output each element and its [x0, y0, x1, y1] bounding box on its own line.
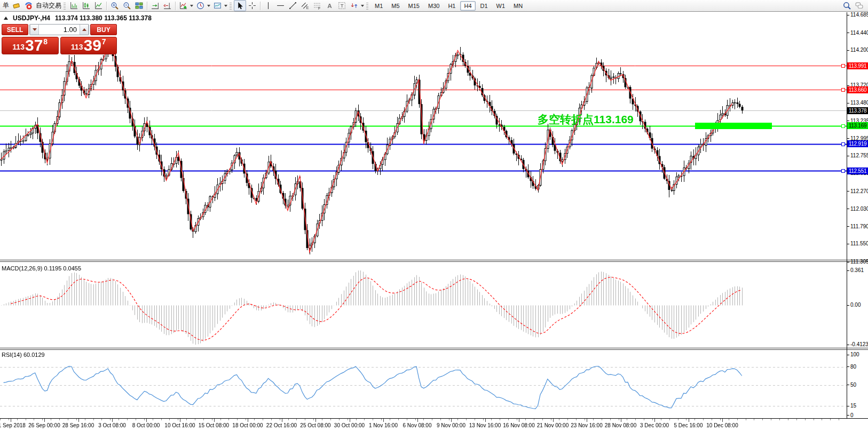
date-label: 3 Dec 00:00 — [640, 422, 669, 428]
macd-label: MACD(12,26,9) 0.1195 0.0455 — [2, 265, 81, 272]
vertical-line-button[interactable] — [262, 0, 274, 11]
volume-input[interactable] — [39, 25, 80, 35]
templates-dropdown-arrow[interactable] — [224, 5, 227, 7]
chart-title: USDJPY-,H4 113.374 113.380 113.365 113.3… — [4, 14, 152, 22]
sell-button[interactable]: SELL — [2, 24, 28, 35]
search-icon[interactable] — [843, 2, 851, 10]
cursor-icon — [236, 2, 244, 10]
main-chart-canvas[interactable] — [0, 12, 847, 260]
timeframe-button-w1[interactable]: W1 — [493, 1, 509, 11]
axis-price-label: 114.685 — [850, 12, 868, 18]
timeframe-button-m1[interactable]: M1 — [371, 1, 386, 11]
chart-ohlc-values: 113.374 113.380 113.365 113.378 — [55, 14, 152, 22]
timeframe-bar: M1M5M15M30H1H4D1W1MN — [370, 1, 527, 11]
indicators-icon — [179, 2, 187, 10]
timeframe-button-mn[interactable]: MN — [510, 1, 526, 11]
date-label: 16 Nov 08:00 — [503, 422, 535, 428]
zoom-in-button[interactable] — [108, 0, 121, 11]
arrows-dropdown-arrow[interactable] — [361, 5, 364, 7]
periods-button[interactable] — [194, 0, 207, 11]
autotrade-button[interactable] — [22, 0, 35, 11]
periods-dropdown-arrow[interactable] — [207, 5, 210, 7]
arrows-button[interactable] — [348, 0, 360, 11]
date-label: 30 Oct 00:00 — [334, 422, 365, 428]
svg-text:F: F — [318, 6, 320, 10]
text-label-button[interactable]: T — [336, 0, 348, 11]
text-label-icon: T — [338, 2, 346, 10]
horizontal-line-button[interactable] — [274, 0, 287, 11]
date-label: 6 Nov 08:00 — [403, 422, 432, 428]
trendline-button[interactable] — [287, 0, 299, 11]
new-order-label[interactable]: 单 — [3, 1, 9, 10]
candlestick-chart-icon — [82, 2, 90, 10]
pivot-highlight-bar[interactable] — [695, 123, 772, 129]
axis-price-label: 111.305 — [850, 259, 868, 265]
date-label: 22 Oct 16:00 — [266, 422, 297, 428]
pane-splitter[interactable] — [0, 348, 868, 350]
price-badge-blue: 112.919 — [847, 140, 868, 147]
volume-decrease-button[interactable] — [30, 25, 39, 35]
autotrade-label[interactable]: 自动交易 — [36, 1, 61, 10]
journal-button[interactable] — [10, 0, 22, 11]
axis-price-label: 111.550 — [850, 241, 868, 246]
candlestick-chart-button[interactable] — [80, 0, 92, 11]
pane-splitter[interactable] — [0, 260, 868, 262]
crosshair-icon — [248, 2, 256, 10]
price-axis-border — [847, 12, 847, 418]
price-badge-blue: 112.551 — [847, 167, 868, 174]
bar-chart-button[interactable] — [68, 0, 80, 11]
volume-increase-button[interactable] — [80, 25, 89, 35]
macd-pane-canvas[interactable] — [0, 262, 847, 348]
timeframe-button-h4[interactable]: H4 — [460, 1, 475, 11]
tile-windows-icon — [135, 2, 143, 10]
toolbar-grip — [366, 2, 368, 10]
macd-axis-label: 0.361 — [850, 267, 864, 273]
toolbar-separator — [147, 2, 147, 10]
buy-button[interactable]: BUY — [90, 24, 117, 35]
timeframe-button-m5[interactable]: M5 — [388, 1, 403, 11]
axis-price-label: 112.030 — [850, 206, 868, 212]
sell-price-big: 37 — [25, 38, 43, 53]
crosshair-button[interactable] — [246, 0, 258, 11]
auto-scroll-icon — [151, 2, 159, 10]
chat-icon[interactable] — [855, 2, 863, 10]
sell-price-display[interactable]: 113 37 8 — [2, 37, 59, 54]
clock-icon — [196, 2, 204, 10]
bar-chart-icon — [70, 2, 78, 10]
zoom-out-icon — [123, 2, 131, 10]
toolbar: 单 自动交易 — [0, 0, 868, 12]
timeframe-button-m15[interactable]: M15 — [405, 1, 423, 11]
text-button[interactable]: A — [323, 0, 336, 11]
zoom-out-button[interactable] — [121, 0, 133, 11]
date-label: 25 Oct 08:00 — [300, 422, 330, 428]
indicators-dropdown-arrow[interactable] — [190, 5, 193, 7]
date-label: 21 Sep 2018 — [0, 422, 26, 428]
axis-price-label: 113.480 — [850, 100, 868, 106]
equidistant-channel-button[interactable]: E — [299, 0, 311, 11]
toolbar-separator — [106, 2, 107, 10]
auto-scroll-button[interactable] — [149, 0, 161, 11]
pivot-annotation-text[interactable]: 多空转折点113.169 — [538, 112, 634, 127]
tile-windows-button[interactable] — [133, 0, 145, 11]
collapse-arrow-icon[interactable] — [4, 17, 8, 20]
line-chart-button[interactable] — [92, 0, 105, 11]
toolbar-separator — [260, 2, 261, 10]
fibonacci-button[interactable]: F — [311, 0, 323, 11]
templates-button[interactable] — [211, 0, 224, 11]
chart-shift-button[interactable] — [161, 0, 173, 11]
cursor-button[interactable] — [234, 0, 246, 11]
indicators-button[interactable] — [177, 0, 190, 11]
date-label: 23 Nov 16:00 — [571, 422, 603, 428]
svg-text:E: E — [306, 6, 309, 10]
buy-price-display[interactable]: 113 39 7 — [60, 37, 117, 54]
chart-symbol-period: USDJPY-,H4 — [13, 14, 50, 22]
rsi-pane-canvas[interactable] — [0, 350, 847, 418]
volume-spinner — [29, 24, 89, 35]
date-label: 1 Nov 16:00 — [369, 422, 398, 428]
rsi-label: RSI(14) 60.0129 — [2, 352, 45, 358]
chart-shift-icon — [163, 2, 171, 10]
journal-icon — [12, 2, 20, 10]
timeframe-button-d1[interactable]: D1 — [477, 1, 492, 11]
timeframe-button-m30[interactable]: M30 — [424, 1, 443, 11]
timeframe-button-h1[interactable]: H1 — [444, 1, 459, 11]
